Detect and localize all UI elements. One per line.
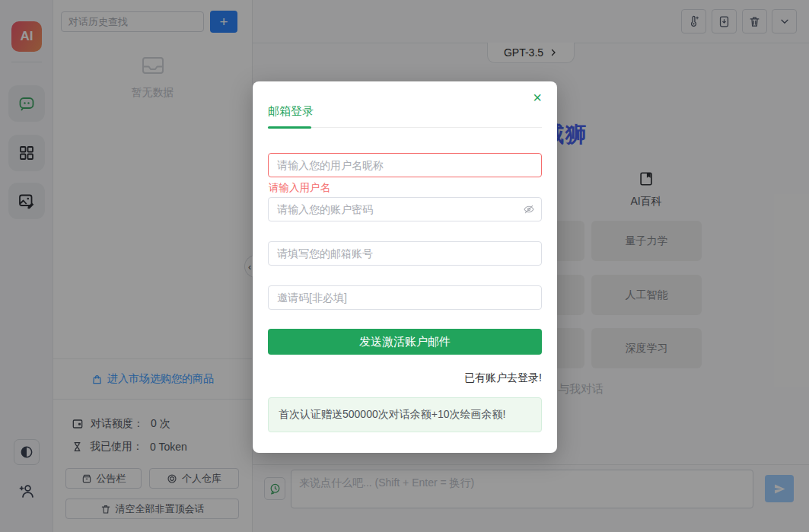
- send-activation-button[interactable]: 发送激活账户邮件: [268, 329, 542, 355]
- app-window: AI: [0, 0, 809, 532]
- promo-banner: 首次认证赠送500000次对话余额+10次绘画余额!: [268, 397, 542, 432]
- password-field[interactable]: [268, 197, 542, 221]
- username-field[interactable]: [268, 153, 542, 177]
- email-login-modal: × 邮箱登录 请输入用户名 发送激活账户邮件 已有账户去登录! 首次认证赠送50…: [253, 81, 557, 453]
- username-error-text: 请输入用户名: [269, 181, 330, 195]
- tab-email-login[interactable]: 邮箱登录: [268, 104, 314, 119]
- eye-off-icon[interactable]: [523, 203, 535, 215]
- promo-text: 首次认证赠送500000次对话余额+10次绘画余额!: [279, 408, 505, 422]
- go-login-link[interactable]: 已有账户去登录!: [464, 371, 542, 385]
- email-field[interactable]: [268, 241, 542, 266]
- invite-code-field[interactable]: [268, 285, 542, 310]
- password-field-wrap: [268, 197, 542, 221]
- active-tab-underline: [268, 126, 311, 129]
- close-icon[interactable]: ×: [528, 89, 546, 106]
